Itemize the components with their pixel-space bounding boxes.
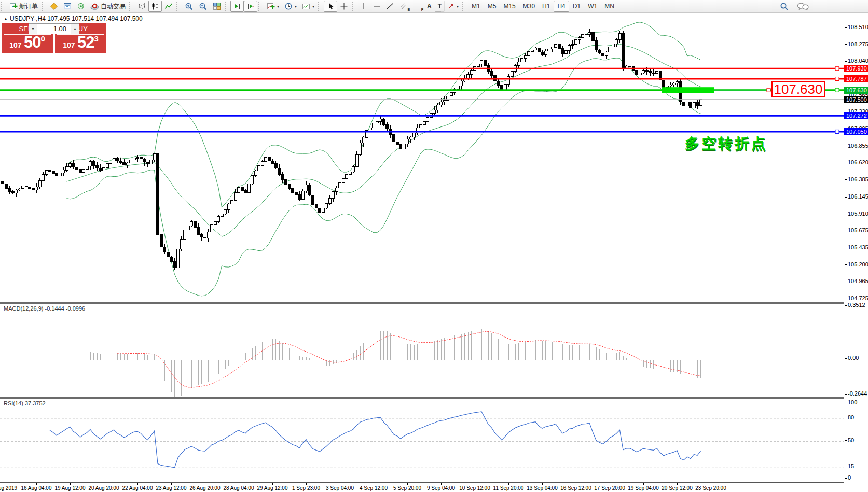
symbol-title-text: USDJPY-,H4 107.495 107.514 107.494 107.5… <box>10 15 143 22</box>
rsi-pane[interactable]: RSI(14) 37.3752 <box>0 397 844 482</box>
time-label: 1 Sep 23:00 <box>292 485 320 491</box>
terminal-window-icon <box>63 2 72 10</box>
price-tag-107.630: 107.630 <box>844 87 868 94</box>
template-icon <box>302 2 310 10</box>
level-handle[interactable] <box>835 67 839 71</box>
autotrade-button[interactable]: 自动交易 <box>88 1 128 12</box>
candlestick-chart-button[interactable] <box>148 1 162 12</box>
time-label: 16 Sep 12:00 <box>560 485 591 491</box>
time-label: 11 Sep 20:00 <box>493 485 524 491</box>
channel-tool-button[interactable]: E <box>397 1 410 12</box>
horizontal-line-tool-button[interactable] <box>370 1 383 12</box>
shapes-dropdown-arrow[interactable]: ▾ <box>457 4 459 9</box>
toolbar-grip <box>129 2 133 11</box>
time-tick <box>3 483 3 485</box>
community-chat-icon[interactable] <box>797 2 809 11</box>
indicators-dropdown-arrow[interactable]: ▾ <box>277 4 279 9</box>
sell-price-big: 50 <box>24 33 40 51</box>
time-tick <box>441 483 442 485</box>
shapes-icon <box>447 2 454 10</box>
volume-input[interactable]: 1.00 <box>37 23 71 34</box>
main-toolbar: 新订单 自动交易 <box>0 0 868 13</box>
price-tick: 105.910 <box>845 210 868 217</box>
collapse-indicator-icon[interactable]: ▲ <box>4 17 8 21</box>
price-pane[interactable]: ▲USDJPY-,H4 107.495 107.514 107.494 107.… <box>0 13 844 302</box>
timeframe-button-m30[interactable]: M30 <box>519 1 539 12</box>
callout-anchor-handle[interactable] <box>767 88 770 92</box>
price-list-icon <box>50 2 58 10</box>
zoom-out-button[interactable] <box>196 1 210 12</box>
time-label: 19 Aug 12:00 <box>55 485 86 491</box>
level-handle[interactable] <box>835 77 839 80</box>
time-tick <box>542 483 543 485</box>
text-label-tool-button[interactable]: T <box>435 1 445 12</box>
bar-chart-button[interactable] <box>135 1 148 12</box>
shapes-tool-button[interactable]: ▾ <box>445 1 461 12</box>
price-tag-107.930: 107.930 <box>844 65 868 72</box>
chart-plot-area[interactable]: ▲USDJPY-,H4 107.495 107.514 107.494 107.… <box>0 13 844 492</box>
fibonacci-tool-button[interactable]: F <box>410 1 424 12</box>
price-tick: 106.855 <box>845 142 868 149</box>
vertical-line-tool-button[interactable] <box>357 1 370 12</box>
macd-pane[interactable]: MACD(12,26,9) -0.1444 -0.0996 <box>0 302 844 397</box>
turning-point-annotation[interactable]: 多空转折点 <box>685 134 768 153</box>
signals-button[interactable] <box>74 1 88 12</box>
zoom-in-icon <box>185 2 194 10</box>
tile-windows-icon <box>213 2 221 10</box>
timeframe-button-d1[interactable]: D1 <box>569 1 584 12</box>
macd-canvas[interactable] <box>0 304 844 397</box>
price-tick: 106.145 <box>845 193 868 200</box>
timeframes-dropdown-arrow[interactable]: ▾ <box>295 4 297 9</box>
volume-increase-button[interactable]: ▲ <box>71 23 79 34</box>
new-order-button[interactable]: 新订单 <box>7 1 40 12</box>
trendline-tool-button[interactable] <box>383 1 397 12</box>
macd-scale-tick: 0.00 <box>845 354 859 361</box>
time-axis[interactable]: 14 Aug 201916 Aug 04:0019 Aug 12:0020 Au… <box>0 482 844 492</box>
highlight-zone[interactable] <box>662 87 714 93</box>
text-tool-button[interactable]: A <box>424 1 435 12</box>
timeframes-menu-button[interactable]: ▾ <box>282 1 299 12</box>
indicators-button[interactable]: ▾ <box>264 1 282 12</box>
price-tick: 106.385 <box>845 176 868 183</box>
horizontal-line-icon <box>373 2 381 10</box>
time-tick <box>306 483 307 485</box>
zoom-in-button[interactable] <box>182 1 196 12</box>
volume-spinner: ▼ 1.00 ▲ <box>29 23 79 34</box>
price-level-callout[interactable]: 107.630 <box>771 81 825 97</box>
price-axis[interactable]: 108.510108.275108.040107.565107.330107.0… <box>844 13 868 482</box>
rsi-canvas[interactable] <box>0 399 844 482</box>
time-label: 19 Sep 04:00 <box>628 485 659 491</box>
search-icon[interactable] <box>780 2 789 11</box>
buy-price-big: 52 <box>77 33 94 51</box>
volume-decrease-button[interactable]: ▼ <box>29 23 37 34</box>
price-tag-107.272: 107.272 <box>844 112 868 119</box>
market-watch-button[interactable] <box>47 1 61 12</box>
time-tick <box>70 483 71 485</box>
crosshair-tool-button[interactable] <box>337 1 351 12</box>
bollinger-middle-band <box>67 44 701 236</box>
tile-windows-button[interactable] <box>210 1 224 12</box>
level-handle[interactable] <box>835 130 839 133</box>
timeframe-button-m5[interactable]: M5 <box>484 1 500 12</box>
chart-shift-button[interactable] <box>244 1 257 12</box>
timeframe-button-h1[interactable]: H1 <box>539 1 554 12</box>
time-tick <box>104 483 104 485</box>
auto-scroll-icon <box>233 2 241 10</box>
timeframe-button-h4[interactable]: H4 <box>554 1 569 12</box>
timeframe-button-m1[interactable]: M1 <box>468 1 484 12</box>
level-handle[interactable] <box>835 88 839 92</box>
macd-scale-tick: -0.2644 <box>845 390 867 397</box>
timeframe-button-w1[interactable]: W1 <box>584 1 601 12</box>
buy-price-base: 107 <box>63 41 75 49</box>
channel-letter: E <box>407 8 410 11</box>
templates-button[interactable]: ▾ <box>299 1 317 12</box>
timeframe-button-m15[interactable]: M15 <box>500 1 519 12</box>
time-tick <box>643 483 644 485</box>
templates-dropdown-arrow[interactable]: ▾ <box>312 4 314 9</box>
terminal-window-button[interactable] <box>61 1 74 12</box>
auto-scroll-button[interactable] <box>230 1 244 12</box>
cursor-tool-button[interactable] <box>324 1 337 12</box>
timeframe-button-mn[interactable]: MN <box>601 1 618 12</box>
price-chart-canvas[interactable] <box>0 13 844 302</box>
line-chart-button[interactable] <box>162 1 175 12</box>
